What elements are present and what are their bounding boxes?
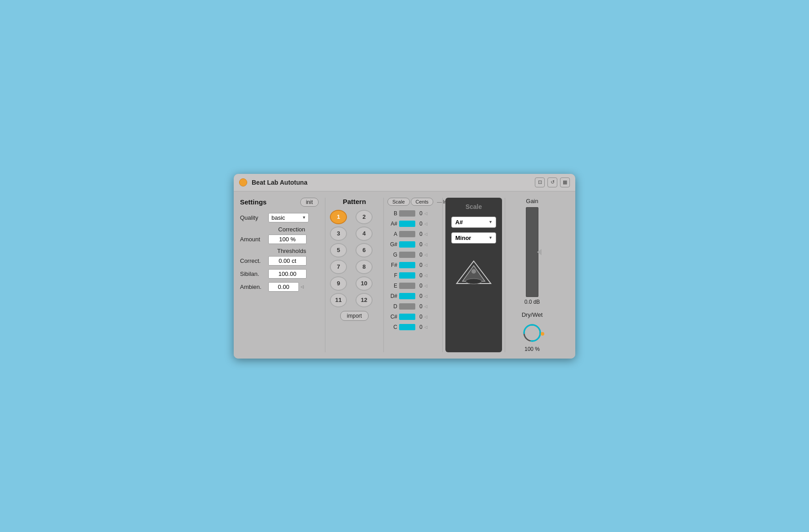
quality-select-wrapper[interactable]: basic standard high [268,213,309,222]
dash-separator: — [437,199,442,204]
note-bar[interactable] [399,241,415,248]
pattern-btn-10[interactable]: 10 [356,276,373,291]
pattern-btn-9[interactable]: 9 [330,276,347,291]
drywet-title: Dry/Wet [522,311,543,318]
note-name: G [387,252,397,258]
gain-fader-thumb[interactable] [537,249,542,255]
note-bar[interactable] [399,283,415,289]
drywet-knob[interactable] [521,322,543,344]
quality-row: Quality basic standard high [240,213,319,222]
note-value: 0 [417,324,422,330]
pattern-btn-12[interactable]: 12 [356,293,373,307]
pattern-btn-3[interactable]: 3 [330,226,347,241]
sibilan-row: Sibilan. [240,269,319,279]
save-icon-button[interactable]: ▦ [560,177,570,187]
note-arrow-icon[interactable]: ◁ [424,273,427,278]
note-arrow-icon[interactable]: ◁ [424,222,427,226]
pattern-btn-1[interactable]: 1 [330,210,347,224]
monitor-icon-button[interactable]: ⊡ [535,177,545,187]
note-bar[interactable] [399,293,415,299]
note-value: 0 [417,241,422,248]
note-row-Csharp: C# 0 ◁ [387,312,439,322]
note-row-Fsharp: F# 0 ◁ [387,260,439,270]
note-arrow-icon[interactable]: ◁ [424,284,427,288]
ambien-input[interactable] [268,282,299,292]
note-bar[interactable] [399,252,415,258]
drywet-knob-svg [521,322,543,344]
title-bar: Beat Lab Autotuna ⊡ ↺ ▦ [234,174,575,191]
gain-fader-track[interactable] [526,207,538,297]
svg-point-2 [466,279,482,284]
note-arrow-icon[interactable]: ◁ [424,325,427,329]
note-row-A: A 0 ◁ [387,229,439,239]
note-arrow-icon[interactable]: ◁ [424,242,427,247]
pattern-btn-5[interactable]: 5 [330,243,347,257]
note-value: 0 [417,272,422,279]
import-button[interactable]: import [340,311,369,321]
pattern-btn-6[interactable]: 6 [356,243,373,257]
sibilan-input[interactable] [268,269,307,279]
note-row-Asharp: A# 0 ◁ [387,219,439,229]
note-bar[interactable] [399,303,415,310]
mode-select[interactable]: Major Minor Dorian Phrygian Lydian Mixol… [451,232,496,244]
init-button[interactable]: init [300,198,319,207]
note-row-F: F 0 ◁ [387,270,439,280]
note-value: 0 [417,252,422,258]
pattern-btn-11[interactable]: 11 [330,293,347,307]
window-title: Beat Lab Autotuna [252,179,307,186]
note-arrow-icon[interactable]: ◁ [424,211,427,216]
close-button[interactable] [239,178,247,186]
note-arrow-icon[interactable]: ◁ [424,294,427,298]
ambien-arrow-icon[interactable]: ◁ [301,284,304,289]
note-arrow-icon[interactable]: ◁ [424,304,427,309]
note-row-G: G 0 ◁ [387,250,439,260]
pattern-btn-4[interactable]: 4 [356,226,373,241]
gain-panel: Gain 0.0 dB Dry/Wet 100 % [505,198,555,352]
refresh-icon-button[interactable]: ↺ [547,177,557,187]
note-bar[interactable] [399,210,415,217]
scale-tab[interactable]: Scale [387,198,410,206]
cents-tab[interactable]: Cents [411,198,434,206]
pattern-btn-8[interactable]: 8 [356,260,373,274]
note-value: 0 [417,262,422,268]
note-bar[interactable] [399,272,415,279]
note-arrow-icon[interactable]: ◁ [424,263,427,267]
note-bar[interactable] [399,314,415,320]
pattern-panel: Pattern 123456789101112 import [325,198,384,352]
key-select[interactable]: C C# D D# E F F# G G# A A# B [451,217,496,228]
quality-select[interactable]: basic standard high [268,213,309,222]
correct-input[interactable] [268,256,307,266]
notes-panel: Scale Cents — Init B 0 ◁ A# 0 ◁ A 0 ◁ G#… [384,198,442,352]
note-name: F [387,272,397,279]
note-bar[interactable] [399,231,415,237]
note-name: D# [387,293,397,299]
note-value: 0 [417,283,422,289]
scale-box: Scale C C# D D# E F F# G G# A A# [445,198,502,352]
gain-title: Gain [526,198,538,204]
mode-select-wrapper[interactable]: Major Minor Dorian Phrygian Lydian Mixol… [451,232,496,244]
note-name: C# [387,314,397,320]
note-name: B [387,210,397,217]
gain-fader-container [526,207,538,297]
note-arrow-icon[interactable]: ◁ [424,253,427,257]
note-bar[interactable] [399,221,415,227]
note-row-C: C 0 ◁ [387,322,439,332]
note-arrow-icon[interactable]: ◁ [424,232,427,236]
note-name: C [387,324,397,330]
note-row-Gsharp: G# 0 ◁ [387,239,439,249]
title-icons: ⊡ ↺ ▦ [535,177,570,187]
note-value: 0 [417,314,422,320]
amount-input[interactable] [268,235,307,244]
note-arrow-icon[interactable]: ◁ [424,315,427,319]
note-bar[interactable] [399,324,415,330]
pattern-grid: 123456789101112 [330,210,379,307]
note-value: 0 [417,221,422,227]
title-left: Beat Lab Autotuna [239,178,307,186]
pattern-btn-2[interactable]: 2 [356,210,373,224]
pattern-btn-7[interactable]: 7 [330,260,347,274]
scale-panel: Scale C C# D D# E F F# G G# A A# [442,198,505,352]
note-name: G# [387,241,397,248]
note-rows: B 0 ◁ A# 0 ◁ A 0 ◁ G# 0 ◁ G 0 ◁ F# 0 [387,208,439,332]
key-select-wrapper[interactable]: C C# D D# E F F# G G# A A# B [451,217,496,228]
note-bar[interactable] [399,262,415,268]
